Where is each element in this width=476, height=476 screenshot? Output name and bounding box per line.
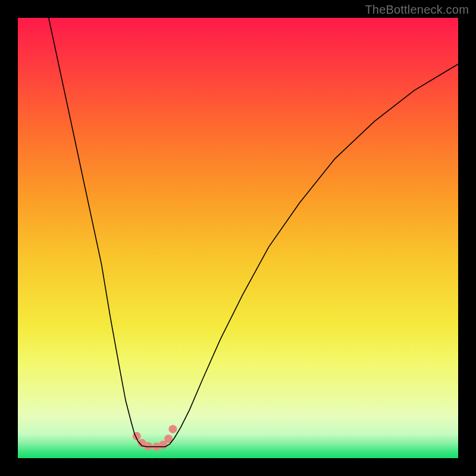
watermark-text: TheBottleneck.com <box>365 3 469 17</box>
plot-area <box>18 18 458 458</box>
bottleneck-curve <box>49 18 458 447</box>
chart-frame: TheBottleneck.com <box>0 0 476 476</box>
curve-layer <box>18 18 458 458</box>
trough-marker <box>168 425 177 433</box>
